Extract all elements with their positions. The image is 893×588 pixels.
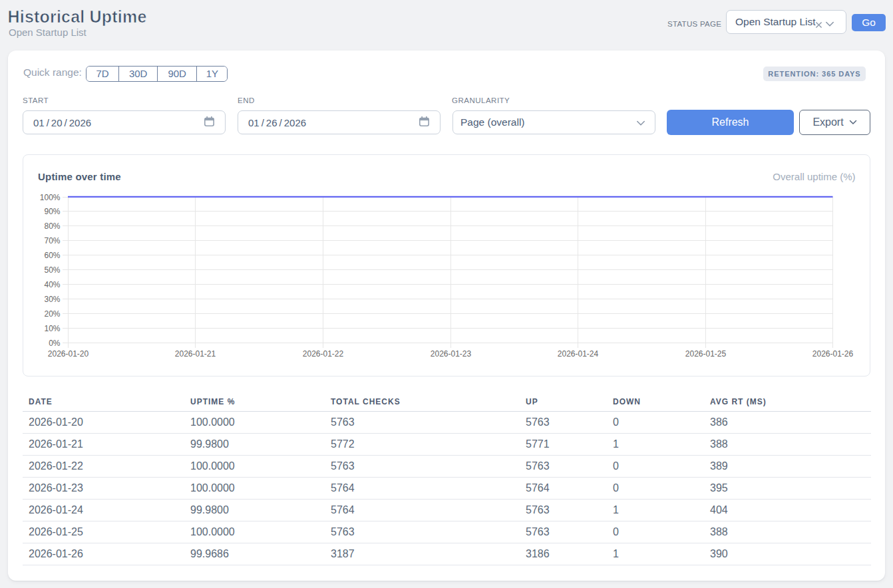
svg-text:2026-01-21: 2026-01-21: [175, 349, 216, 359]
svg-text:70%: 70%: [44, 236, 60, 245]
svg-text:0%: 0%: [49, 339, 61, 348]
svg-text:50%: 50%: [44, 265, 60, 275]
svg-text:30%: 30%: [44, 295, 60, 304]
svg-text:80%: 80%: [44, 221, 60, 231]
svg-text:60%: 60%: [44, 251, 60, 260]
svg-text:20%: 20%: [44, 309, 60, 319]
svg-text:2026-01-20: 2026-01-20: [48, 349, 89, 359]
svg-text:2026-01-26: 2026-01-26: [812, 349, 854, 359]
svg-text:10%: 10%: [44, 324, 60, 333]
svg-text:2026-01-25: 2026-01-25: [685, 349, 727, 359]
svg-text:2026-01-22: 2026-01-22: [303, 349, 344, 359]
svg-text:100%: 100%: [40, 193, 61, 202]
svg-text:90%: 90%: [44, 207, 60, 216]
svg-text:2026-01-24: 2026-01-24: [558, 349, 599, 359]
svg-text:2026-01-23: 2026-01-23: [431, 349, 472, 359]
svg-text:40%: 40%: [44, 280, 60, 289]
